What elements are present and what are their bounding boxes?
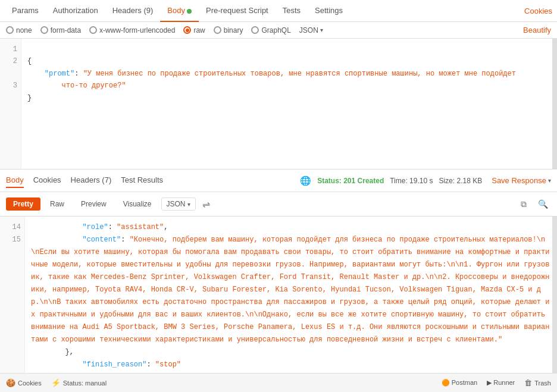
radio-form-data [40, 26, 48, 34]
ftab-visualize[interactable]: Visualize [116, 197, 159, 211]
ftab-pretty[interactable]: Pretty [6, 197, 40, 211]
tab-settings[interactable]: Settings [308, 0, 350, 22]
top-tab-bar: Params Authorization Headers (9) Body Pr… [0, 0, 557, 22]
cookies-link[interactable]: Cookies [524, 7, 552, 15]
tab-pre-request[interactable]: Pre-request Script [199, 0, 276, 22]
bottom-trash[interactable]: 🗑 Trash [524, 378, 551, 387]
response-bar: Body Cookies Headers (7) Test Results 🌐 … [0, 170, 557, 192]
chevron-down-icon: ▾ [187, 201, 190, 208]
radio-urlencoded [89, 26, 97, 34]
tab-headers[interactable]: Headers (9) [105, 0, 161, 22]
request-body-editor: 1 2 3 { "promt": "У меня бизнес по прода… [0, 39, 557, 170]
search-icon[interactable]: 🔍 [534, 196, 551, 212]
response-time: Time: 19.10 s [390, 177, 433, 185]
bottom-postman[interactable]: 🟠 Postman [442, 379, 477, 387]
request-code-content[interactable]: { "promt": "У меня бизнес по продаже стр… [21, 39, 557, 169]
bottom-runner[interactable]: ▶ Runner [487, 379, 515, 387]
globe-icon: 🌐 [300, 175, 311, 186]
radio-raw [183, 26, 191, 34]
response-code-content[interactable]: "role": "assistant", "content": "Конечно… [25, 217, 557, 392]
wrap-icon[interactable]: ⇌ [198, 196, 215, 212]
option-raw[interactable]: raw [183, 26, 205, 35]
ftab-preview[interactable]: Preview [74, 197, 114, 211]
body-options-bar: none form-data x-www-form-urlencoded raw… [0, 22, 557, 39]
option-none[interactable]: none [6, 26, 32, 35]
rtab-body[interactable]: Body [6, 173, 24, 188]
copy-icon[interactable]: ⧉ [515, 196, 532, 212]
json-type-selector[interactable]: JSON ▾ [299, 26, 323, 35]
option-urlencoded[interactable]: x-www-form-urlencoded [89, 26, 175, 35]
option-graphql[interactable]: GraphQL [251, 26, 290, 35]
tab-body[interactable]: Body [160, 0, 199, 22]
ftab-raw[interactable]: Raw [43, 197, 71, 211]
radio-none [6, 26, 14, 34]
cookies-icon: 🍪 [6, 378, 15, 387]
chevron-down-icon: ▾ [320, 27, 323, 33]
response-line-numbers: 14 15 16 17 [0, 217, 25, 392]
bottom-status[interactable]: ⚡ Status: manual [51, 378, 107, 387]
radio-graphql [251, 26, 259, 34]
bottom-bar: 🍪 Cookies ⚡ Status: manual 🟠 Postman ▶ R… [0, 373, 557, 392]
status-icon: ⚡ [51, 378, 61, 387]
rtab-headers[interactable]: Headers (7) [71, 173, 112, 188]
status-info: 🌐 Status: 201 Created Time: 19.10 s Size… [300, 175, 482, 186]
option-binary[interactable]: binary [214, 26, 243, 35]
tab-authorization[interactable]: Authorization [46, 0, 105, 22]
response-json-selector[interactable]: JSON ▾ [161, 197, 196, 211]
response-size: Size: 2.18 KB [439, 177, 483, 185]
bottom-cookies[interactable]: 🍪 Cookies [6, 378, 42, 387]
body-dot [187, 9, 192, 14]
radio-binary [214, 26, 221, 34]
trash-icon: 🗑 [524, 378, 532, 387]
rtab-cookies[interactable]: Cookies [33, 173, 61, 188]
status-badge: Status: 201 Created [317, 177, 384, 185]
tab-tests[interactable]: Tests [276, 0, 308, 22]
line-numbers: 1 2 3 [0, 39, 21, 169]
save-response-button[interactable]: Save Response ▾ [492, 176, 551, 185]
format-tabs-bar: Pretty Raw Preview Visualize JSON ▾ ⇌ ⧉ … [0, 192, 557, 217]
rtab-test-results[interactable]: Test Results [121, 173, 163, 188]
option-form-data[interactable]: form-data [40, 26, 81, 35]
response-body-editor: 14 15 16 17 "role": "assistant", "conten… [0, 217, 557, 392]
beautify-button[interactable]: Beautify [523, 26, 551, 35]
chevron-down-icon: ▾ [548, 177, 551, 184]
tab-params[interactable]: Params [5, 0, 46, 22]
scrollbar[interactable] [552, 39, 557, 169]
response-scrollbar[interactable] [552, 217, 557, 392]
